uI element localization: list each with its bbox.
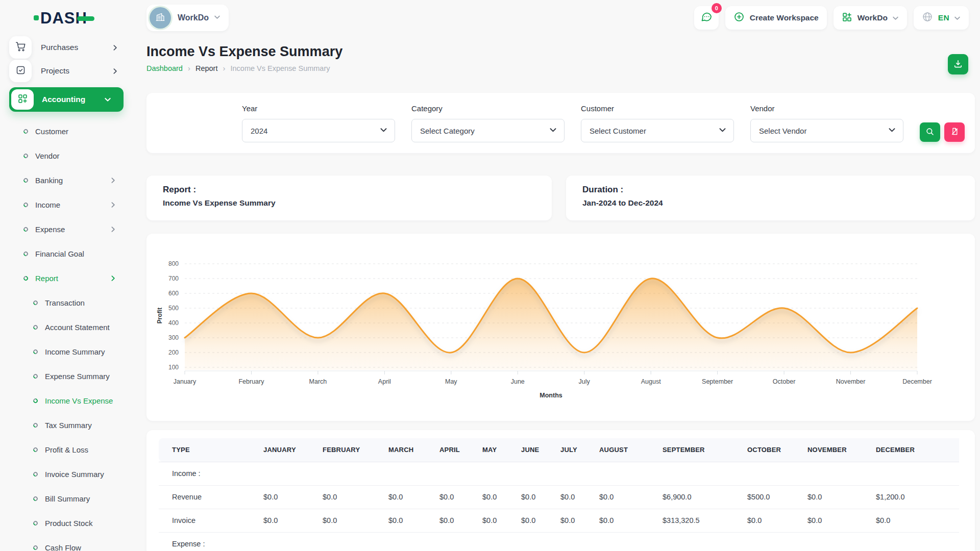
- svg-text:600: 600: [168, 290, 179, 297]
- sidebar-subitem-account-statement[interactable]: Account Statement: [9, 315, 124, 339]
- column-header: OCTOBER: [743, 438, 803, 462]
- svg-text:November: November: [836, 378, 866, 385]
- column-header: SEPTEMBER: [658, 438, 743, 462]
- svg-text:October: October: [773, 378, 795, 385]
- sidebar-subitem-income-summary[interactable]: Income Summary: [9, 339, 124, 364]
- svg-text:700: 700: [168, 275, 179, 282]
- bullet-icon: [32, 544, 39, 551]
- messages-button[interactable]: 0: [694, 6, 719, 30]
- app-logo[interactable]: DASH: [9, 0, 124, 36]
- chevron-down-icon: [892, 15, 899, 21]
- breadcrumb-separator: ›: [223, 64, 225, 72]
- bullet-icon: [22, 226, 29, 233]
- column-header: JANUARY: [259, 438, 318, 462]
- bullet-icon: [32, 446, 39, 453]
- svg-text:September: September: [702, 378, 733, 385]
- category-select[interactable]: Select Category: [411, 119, 565, 142]
- plus-circle-icon: [733, 11, 745, 24]
- bullet-icon: [32, 324, 39, 331]
- sidebar-subitem-profit-loss[interactable]: Profit & Loss: [9, 437, 124, 462]
- breadcrumb-report[interactable]: Report: [195, 64, 218, 72]
- bullet-icon: [32, 299, 39, 306]
- sidebar-subitem-report[interactable]: Report: [9, 266, 124, 290]
- create-workspace-button[interactable]: Create Workspace: [725, 6, 827, 30]
- income-expense-table: TYPEJANUARYFEBRUARYMARCHAPRILMAYJUNEJULY…: [159, 438, 959, 551]
- sidebar-subitem-tax-summary[interactable]: Tax Summary: [9, 413, 124, 437]
- column-header: AUGUST: [595, 438, 658, 462]
- sidebar-subitem-product-stock[interactable]: Product Stock: [9, 511, 124, 535]
- main-content: WorkDo 0: [131, 0, 980, 551]
- column-header: JULY: [556, 438, 595, 462]
- duration-value: Jan-2024 to Dec-2024: [582, 198, 959, 208]
- sidebar-item-projects[interactable]: Projects: [9, 59, 124, 83]
- workspace-avatar: [150, 7, 171, 29]
- sidebar-subitem-financial-goal[interactable]: Financial Goal: [9, 241, 124, 266]
- bullet-icon: [32, 348, 39, 355]
- sidebar-subitem-invoice-summary[interactable]: Invoice Summary: [9, 462, 124, 486]
- svg-text:Months: Months: [540, 392, 562, 399]
- chevron-down-icon: [380, 126, 387, 135]
- sidebar-subitem-income[interactable]: Income: [9, 192, 124, 217]
- table-header-row: TYPEJANUARYFEBRUARYMARCHAPRILMAYJUNEJULY…: [159, 438, 959, 462]
- sidebar-subitem-expense-summary[interactable]: Expense Summary: [9, 364, 124, 388]
- column-header: FEBRUARY: [318, 438, 384, 462]
- logo-dash: [77, 16, 94, 21]
- sidebar-subitem-cash-flow[interactable]: Cash Flow: [9, 535, 124, 551]
- report-value: Income Vs Expense Summary: [163, 198, 535, 208]
- sidebar-item-purchases[interactable]: Purchases: [9, 36, 124, 59]
- breadcrumb: Dashboard › Report › Income Vs Expense S…: [146, 64, 975, 72]
- chevron-down-icon: [888, 126, 896, 135]
- breadcrumb-dashboard[interactable]: Dashboard: [146, 64, 183, 72]
- chat-icon: [700, 11, 713, 25]
- bullet-icon: [32, 397, 39, 404]
- vendor-label: Vendor: [750, 104, 903, 113]
- svg-text:December: December: [902, 378, 932, 385]
- globe-icon: [922, 11, 933, 24]
- breadcrumb-current: Income Vs Expense Summary: [230, 64, 330, 72]
- svg-text:January: January: [174, 378, 197, 385]
- bullet-icon: [22, 202, 29, 208]
- sidebar-subitem-customer[interactable]: Customer: [9, 119, 124, 143]
- workspace-selector[interactable]: WorkDo: [146, 5, 229, 31]
- svg-text:May: May: [445, 378, 457, 385]
- download-icon: [953, 59, 963, 70]
- workdo-menu-button[interactable]: WorkDo: [834, 6, 907, 30]
- year-select[interactable]: 2024: [242, 119, 395, 142]
- duration-label: Duration :: [582, 185, 959, 195]
- customer-select[interactable]: Select Customer: [581, 119, 734, 142]
- app-root: DASH Purchases: [0, 0, 980, 551]
- sidebar-subitem-banking[interactable]: Banking: [9, 168, 124, 192]
- sidebar-subitem-transaction[interactable]: Transaction: [9, 290, 124, 315]
- profit-chart-svg: 100200300400500600700800JanuaryFebruaryM…: [146, 236, 971, 419]
- svg-text:August: August: [641, 378, 661, 385]
- chevron-right-icon: [112, 44, 118, 51]
- building-icon: [155, 11, 166, 24]
- chart-card: 100200300400500600700800JanuaryFebruaryM…: [146, 234, 975, 421]
- checkbox-icon: [15, 65, 26, 78]
- bullet-icon: [32, 422, 39, 429]
- chevron-right-icon: [110, 202, 116, 208]
- chevron-right-icon: [110, 275, 116, 282]
- sidebar-nav: Purchases Projects: [9, 36, 124, 551]
- sidebar-item-accounting[interactable]: Accounting: [9, 87, 124, 112]
- messages-badge: 0: [712, 3, 722, 13]
- svg-text:200: 200: [168, 349, 179, 356]
- sidebar-subitem-bill-summary[interactable]: Bill Summary: [9, 486, 124, 511]
- column-header: JUNE: [517, 438, 556, 462]
- report-label: Report :: [163, 185, 535, 195]
- apply-filter-button[interactable]: [920, 122, 940, 142]
- chevron-down-icon: [719, 126, 726, 135]
- language-selector[interactable]: EN: [914, 6, 969, 30]
- table-row: Expense :: [159, 532, 959, 551]
- vendor-select[interactable]: Select Vendor: [750, 119, 903, 142]
- sidebar-subitem-vendor[interactable]: Vendor: [9, 143, 124, 168]
- duration-card: Duration : Jan-2024 to Dec-2024: [566, 176, 975, 220]
- sidebar-subitem-income-vs-expense[interactable]: Income Vs Expense: [9, 388, 124, 413]
- sidebar-subitem-expense[interactable]: Expense: [9, 217, 124, 241]
- reset-filter-button[interactable]: [944, 122, 965, 142]
- bullet-icon: [22, 251, 29, 257]
- svg-text:June: June: [511, 378, 525, 385]
- search-icon: [925, 127, 935, 138]
- report-card: Report : Income Vs Expense Summary: [146, 176, 552, 220]
- download-button[interactable]: [948, 54, 968, 74]
